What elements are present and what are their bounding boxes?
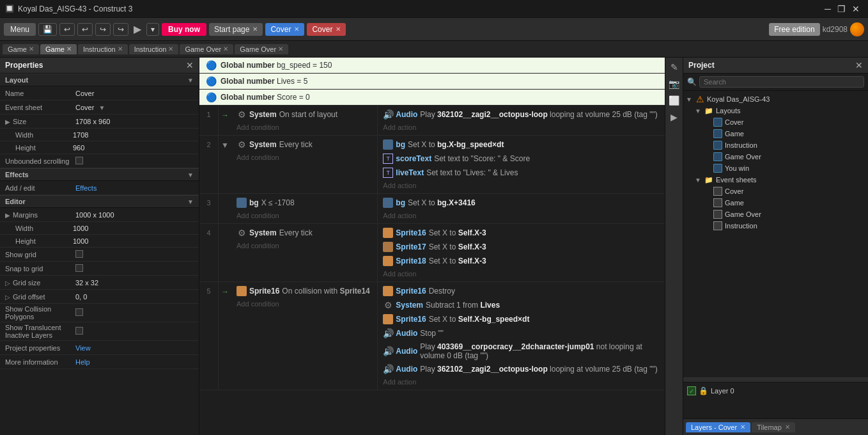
event-row-4: 4 ⚙ System Every tick Add condition Spri… — [199, 224, 665, 282]
close-button[interactable]: ✕ — [849, 3, 863, 15]
tree-layouts[interactable]: ▼ 📁 Layouts — [695, 105, 865, 116]
tree-layout-gameover[interactable]: Game Over — [704, 151, 865, 162]
tree-sheet-game[interactable]: Game — [704, 197, 865, 209]
play-button[interactable]: ▶ — [131, 22, 144, 36]
edit-icon-button[interactable]: ✎ — [667, 60, 681, 74]
prop-name-row: Name Cover — [0, 86, 199, 100]
tree-layout-instruction[interactable]: Instruction — [704, 139, 865, 151]
tree-sheet-cover[interactable]: Cover — [704, 186, 865, 197]
undo-button[interactable]: ↩ — [59, 23, 75, 36]
action-sprite17-setx[interactable]: Sprite17 Set X to Self.X-3 — [380, 241, 662, 253]
project-search-input[interactable] — [699, 76, 864, 88]
add-condition-2[interactable]: Add condition — [234, 152, 375, 162]
add-condition-1[interactable]: Add condition — [234, 122, 375, 132]
project-close-button[interactable]: ✕ — [855, 60, 863, 70]
prop-snaptogrid-row: Snap to grid — [0, 262, 199, 276]
layout-tab-game1[interactable]: Game✕ — [3, 44, 39, 54]
menu-button[interactable]: Menu — [4, 23, 36, 36]
global-var-lives: 🔵 Global number Lives = 5 — [199, 74, 665, 90]
layer-row-0: ✓ 🔒 Layer 0 — [687, 385, 864, 397]
play-dropdown-button[interactable]: ▾ — [146, 23, 159, 36]
add-action-5[interactable]: Add action — [380, 377, 662, 387]
redo2-button[interactable]: ↪ — [113, 23, 128, 36]
free-edition-button[interactable]: Free edition — [769, 23, 819, 36]
prop-event-sheet-row[interactable]: Event sheet Cover ▼ — [0, 100, 199, 115]
add-action-1[interactable]: Add action — [380, 122, 662, 132]
tree-sheet-instruction[interactable]: Instruction — [704, 220, 865, 232]
properties-header: Properties — [5, 61, 43, 70]
action-sprite16-setx2[interactable]: Sprite16 Set X to Self.X-bg_speed×dt — [380, 313, 662, 326]
layout-tab-game2[interactable]: Game✕ — [40, 44, 77, 54]
layout-tab-gameover1[interactable]: Game Over✕ — [180, 44, 233, 54]
prop-size-row[interactable]: ▶Size 1708 x 960 — [0, 115, 199, 129]
action-scoretext[interactable]: T scoreText Set text to "Score: " & Scor… — [380, 152, 662, 165]
prop-more-info-row[interactable]: More information Help — [0, 355, 199, 369]
effects-section: Effects ▼ — [0, 168, 199, 181]
prop-collision-row: Show Collision Polygons — [0, 304, 199, 322]
prop-gridoffset-row[interactable]: ▷Grid offset 0, 0 — [0, 290, 199, 304]
cond-bg-x[interactable]: bg X ≤ -1708 — [234, 196, 375, 209]
action-audio-1[interactable]: 🔊 Audio Play 362102__zagi2__octopus-loop… — [380, 108, 662, 121]
tree-eventsheets[interactable]: ▼ 📁 Event sheets — [695, 174, 865, 186]
avatar — [850, 22, 864, 36]
action-audio-loop[interactable]: 🔊 Audio Play 362102__zagi2__octopus-loop… — [380, 363, 662, 376]
action-sprite16-setx[interactable]: Sprite16 Set X to Self.X-3 — [380, 226, 662, 239]
add-condition-4[interactable]: Add condition — [234, 241, 375, 251]
action-livetext[interactable]: T liveText Set text to "Lives: " & Lives — [380, 166, 662, 179]
tree-layout-game[interactable]: Game — [704, 128, 865, 139]
prop-width-row: Width 1708 — [0, 129, 199, 141]
buy-now-button[interactable]: Buy now — [162, 23, 206, 36]
action-sprite16-destroy[interactable]: Sprite16 Destroy — [380, 285, 662, 297]
layout-tab-gameover2[interactable]: Game Over✕ — [235, 44, 288, 54]
action-bg-setx2[interactable]: bg Set X to bg.X+3416 — [380, 196, 662, 209]
global-var-score: 🔵 Global number Score = 0 — [199, 90, 665, 106]
prop-gridsize-row[interactable]: ▷Grid size 32 x 32 — [0, 276, 199, 290]
add-condition-5[interactable]: Add condition — [234, 299, 375, 309]
layers-bottom-tabs: Layers - Cover ✕ Tilemap ✕ — [683, 418, 868, 435]
properties-close-button[interactable]: ✕ — [186, 60, 194, 70]
cond-sprite16-collision[interactable]: Sprite16 On collision with Sprite14 — [234, 285, 375, 297]
cover-tab1-button[interactable]: Cover ✕ — [265, 23, 304, 36]
tree-sheet-gameover[interactable]: Game Over — [704, 209, 865, 220]
undo2-button[interactable]: ↩ — [77, 23, 93, 36]
redo-button[interactable]: ↪ — [95, 23, 111, 36]
layers-icon-button[interactable]: ⬜ — [667, 93, 681, 107]
event-row-3: 3 bg X ≤ -1708 Add condition bg Set X to… — [199, 194, 665, 224]
layer-visibility-checkbox[interactable]: ✓ — [687, 386, 696, 395]
start-page-button[interactable]: Start page ✕ — [209, 23, 263, 36]
prop-project-props-row[interactable]: Project properties View — [0, 341, 199, 355]
add-action-4[interactable]: Add action — [380, 269, 662, 279]
action-audio-stop[interactable]: 🔊 Audio Stop "" — [380, 327, 662, 340]
prop-unbounded-row: Unbounded scrolling — [0, 154, 199, 168]
cond-system-everytick-4[interactable]: ⚙ System Every tick — [234, 226, 375, 239]
cond-system-everytick-2[interactable]: ⚙ System Every tick — [234, 138, 375, 151]
save-button[interactable]: 💾 — [38, 23, 57, 36]
action-bg-setx[interactable]: bg Set X to bg.X-bg_speed×dt — [380, 138, 662, 151]
add-action-2[interactable]: Add action — [380, 180, 662, 191]
search-icon: 🔍 — [687, 77, 697, 86]
action-sprite18-setx[interactable]: Sprite18 Set X to Self.X-3 — [380, 255, 662, 267]
tilemap-tab[interactable]: Tilemap ✕ — [752, 422, 795, 432]
prop-translucent-row: Show Translucent Inactive Layers — [0, 322, 199, 341]
tree-layout-youwin[interactable]: You win — [704, 162, 865, 174]
cover-tab2-button[interactable]: Cover ✕ — [307, 23, 346, 36]
prop-margins-row[interactable]: ▶Margins 1000 x 1000 — [0, 208, 199, 222]
camera-icon-button[interactable]: 📷 — [667, 77, 681, 91]
layout-tab-instruction2[interactable]: Instruction✕ — [129, 44, 179, 54]
tree-root[interactable]: ▼ ⚠ Koyal Das_AISG-43 — [686, 93, 865, 105]
prop-height-row: Height 960 — [0, 141, 199, 154]
layout-tab-instruction1[interactable]: Instruction✕ — [78, 44, 128, 54]
warning-icon: ⚠ — [695, 94, 705, 104]
action-system-subtractlives[interactable]: ⚙ System Subtract 1 from Lives — [380, 299, 662, 312]
event-row-2: 2 ▼ ⚙ System Every tick Add condition bg… — [199, 136, 665, 194]
add-condition-3[interactable]: Add condition — [234, 210, 375, 221]
layers-cover-tab[interactable]: Layers - Cover ✕ — [686, 422, 750, 432]
minimize-button[interactable]: ─ — [821, 3, 834, 15]
prop-effects-addedit-row[interactable]: Add / edit Effects — [0, 181, 199, 195]
tree-layout-cover[interactable]: Cover — [704, 116, 865, 128]
restore-button[interactable]: ❐ — [834, 3, 849, 15]
cond-system-start[interactable]: ⚙ System On start of layout — [234, 108, 375, 121]
play-icon-button[interactable]: ▶ — [667, 110, 681, 124]
action-audio-jump[interactable]: 🔊 Audio Play 403369__corpocracy__2dchara… — [380, 341, 662, 361]
add-action-3[interactable]: Add action — [380, 210, 662, 221]
